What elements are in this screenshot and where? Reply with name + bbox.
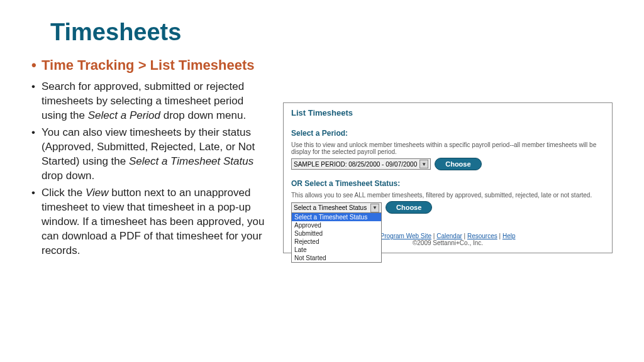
status-option[interactable]: Late (292, 246, 381, 254)
choose-period-button[interactable]: Choose (435, 158, 481, 170)
status-option[interactable]: Not Started (292, 254, 381, 262)
copyright: ©2009 Settanni+Co., Inc. (413, 239, 483, 246)
footer-link[interactable]: Help (502, 233, 516, 239)
status-option[interactable]: Select a Timesheet Status (292, 213, 381, 221)
list-item: Click the View button next to an unappro… (31, 186, 270, 258)
chevron-down-icon: ▼ (370, 204, 379, 212)
status-label: OR Select a Timesheet Status: (291, 179, 604, 188)
breadcrumb: Time Tracking > List Timesheets (42, 57, 270, 74)
status-select[interactable]: Select a Timesheet Status ▼ (291, 202, 382, 214)
status-desc: This allows you to see ALL member timesh… (291, 192, 604, 199)
status-option[interactable]: Approved (292, 221, 381, 229)
footer-link[interactable]: Program Web Site (380, 233, 432, 239)
choose-status-button[interactable]: Choose (386, 201, 432, 214)
page-title: Timesheets (50, 19, 613, 46)
list-timesheets-panel: List Timesheets Select a Period: Use thi… (283, 102, 613, 253)
status-option[interactable]: Rejected (292, 238, 381, 246)
status-option[interactable]: Submitted (292, 229, 381, 238)
chevron-down-icon: ▼ (419, 160, 428, 168)
footer-link[interactable]: Calendar (436, 233, 462, 239)
instruction-list: Search for approved, submitted or reject… (31, 80, 270, 258)
status-options-list: Select a Timesheet Status Approved Submi… (291, 212, 382, 263)
period-label: Select a Period: (291, 129, 604, 138)
period-desc: Use this to view and unlock member times… (291, 141, 604, 155)
period-select[interactable]: SAMPLE PERIOD: 08/25/2000 - 09/07/2000 ▼ (291, 158, 431, 170)
list-item: Search for approved, submitted or reject… (31, 80, 270, 123)
footer-link[interactable]: Resources (467, 233, 497, 239)
panel-heading: List Timesheets (291, 108, 604, 118)
list-item: You can also view timesheets by their st… (31, 126, 270, 184)
